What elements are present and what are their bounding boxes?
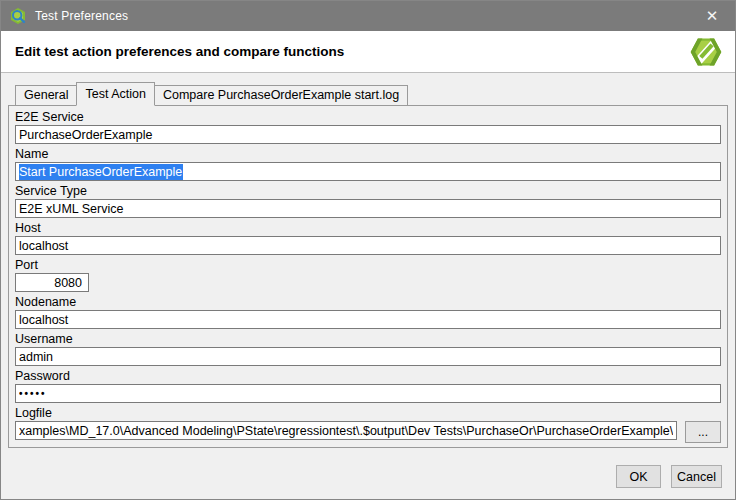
dialog-content: General Test Action Compare PurchaseOrde… — [1, 73, 735, 448]
name-label: Name — [15, 147, 721, 162]
app-icon — [9, 7, 27, 25]
browse-button[interactable]: ... — [685, 421, 721, 443]
ok-button[interactable]: OK — [616, 465, 661, 488]
logfile-label: Logfile — [15, 406, 721, 421]
test-action-panel: E2E Service Name Start PurchaseOrderExam… — [8, 105, 728, 448]
e2e-service-label: E2E Service — [15, 110, 721, 125]
tab-bar: General Test Action Compare PurchaseOrde… — [8, 81, 728, 105]
tab-general[interactable]: General — [15, 85, 77, 105]
host-field[interactable] — [15, 236, 721, 255]
name-field-selected-text: Start PurchaseOrderExample — [19, 164, 183, 180]
test-preferences-dialog: Test Preferences ✕ Edit test action pref… — [0, 0, 736, 500]
port-field[interactable] — [15, 273, 89, 292]
service-type-field[interactable] — [15, 199, 721, 218]
service-type-label: Service Type — [15, 184, 721, 199]
tab-compare-log[interactable]: Compare PurchaseOrderExample start.log — [154, 85, 408, 105]
password-label: Password — [15, 369, 721, 384]
window-title: Test Preferences — [35, 9, 128, 23]
dialog-header-title: Edit test action preferences and compare… — [15, 44, 344, 59]
password-field[interactable] — [15, 384, 721, 403]
port-label: Port — [15, 258, 721, 273]
logfile-field[interactable] — [15, 421, 677, 440]
username-label: Username — [15, 332, 721, 347]
name-field[interactable]: Start PurchaseOrderExample — [15, 162, 721, 181]
tab-test-action[interactable]: Test Action — [76, 82, 154, 106]
brand-logo-icon — [687, 34, 725, 70]
cancel-button[interactable]: Cancel — [671, 465, 722, 488]
e2e-service-field[interactable] — [15, 125, 721, 144]
logfile-row: ... — [15, 421, 721, 443]
username-field[interactable] — [15, 347, 721, 366]
dialog-footer: OK Cancel — [616, 465, 722, 488]
close-icon[interactable]: ✕ — [689, 1, 735, 31]
nodename-field[interactable] — [15, 310, 721, 329]
titlebar: Test Preferences ✕ — [1, 1, 735, 31]
nodename-label: Nodename — [15, 295, 721, 310]
dialog-header: Edit test action preferences and compare… — [1, 31, 735, 73]
host-label: Host — [15, 221, 721, 236]
